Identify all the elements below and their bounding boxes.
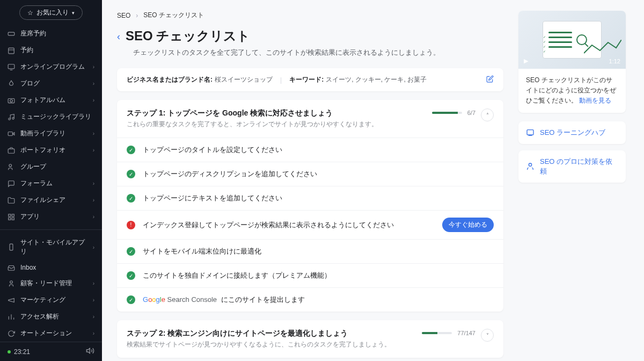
svg-point-6 bbox=[10, 99, 13, 102]
svg-point-27 bbox=[529, 163, 531, 166]
sidebar-item[interactable]: 座席予約 bbox=[0, 25, 102, 42]
volume-icon[interactable] bbox=[86, 346, 94, 357]
status-time: 23:21 bbox=[8, 348, 30, 356]
sidebar-item[interactable]: アクセス解析 › bbox=[0, 308, 102, 325]
sidebar-item[interactable]: アプリ › bbox=[0, 208, 102, 225]
sidebar-item[interactable]: オンラインプログラム › bbox=[0, 59, 102, 75]
chevron-right-icon: › bbox=[93, 280, 94, 286]
sidebar-item[interactable]: 動画ライブラリ › bbox=[0, 125, 102, 142]
favorites-label: お気に入り bbox=[36, 8, 69, 17]
chevron-right-icon: › bbox=[93, 330, 94, 336]
sidebar-item[interactable]: ファイルシェア › bbox=[0, 192, 102, 208]
chevron-right-icon: › bbox=[93, 147, 94, 153]
sidebar-item[interactable]: 予約 bbox=[0, 42, 102, 59]
sidebar-footer: 23:21 bbox=[0, 342, 102, 361]
sidebar-item-label: オンラインプログラム bbox=[20, 62, 87, 71]
sidebar-item-label: 顧客・リード管理 bbox=[20, 279, 87, 288]
progress: 77/147 bbox=[422, 330, 475, 336]
svg-rect-9 bbox=[8, 132, 12, 135]
sidebar-item[interactable]: 顧客・リード管理 › bbox=[0, 275, 102, 292]
magnifier-icon bbox=[576, 34, 587, 45]
svg-rect-13 bbox=[9, 214, 11, 216]
task-row[interactable]: ✓ サイトをモバイル端末位向けに最適化 bbox=[117, 239, 503, 263]
task-row[interactable]: ✓ トップページにテキストを追加してください bbox=[117, 186, 503, 210]
check-circle-icon: ✓ bbox=[127, 146, 135, 154]
step-title: ステップ 2: 検索エンジン向けにサイトページを最適化しましょう bbox=[127, 329, 422, 338]
check-circle-icon: ✓ bbox=[127, 295, 135, 304]
svg-point-12 bbox=[9, 164, 12, 167]
video-card: ▶ 1:12 SEO チェックリストがこのサイトにどのように役立つかをぜひご覧く… bbox=[518, 11, 626, 113]
task-text: インデックス登録してトップページが検索結果に表示されるようにしてください bbox=[143, 221, 394, 229]
chevron-down-icon: ▾ bbox=[72, 10, 75, 16]
toggle-step-icon[interactable]: ˄ bbox=[481, 109, 494, 121]
sidebar-nav: 座席予約 予約 オンラインプログラム › ブログ › フォトアルバム › ミュー… bbox=[0, 25, 102, 342]
seo-pro-link[interactable]: SEO のプロに対策を依頼 bbox=[518, 150, 626, 183]
start-now-button[interactable]: 今すぐ始める bbox=[442, 218, 494, 232]
sidebar-item[interactable]: マーケティング › bbox=[0, 292, 102, 308]
task-text: このサイトを独自ドメインに接続します（プレミアム機能） bbox=[143, 271, 331, 279]
drop-icon bbox=[8, 80, 15, 88]
sidebar-item[interactable]: ブログ › bbox=[0, 75, 102, 92]
step-header[interactable]: ステップ 1: トップページを Google 検索に対応させましょう これらの重… bbox=[117, 100, 503, 138]
sidebar-item[interactable]: ポートフォリオ › bbox=[0, 142, 102, 158]
svg-rect-15 bbox=[9, 218, 11, 220]
calendar-icon bbox=[8, 47, 15, 54]
business-info-card: ビジネス名またはブランド名: 桜スイーツショップ | キーワード: スイーツ, … bbox=[117, 68, 503, 91]
task-text: トップページにテキストを追加してください bbox=[143, 194, 282, 202]
svg-rect-25 bbox=[527, 129, 533, 134]
sidebar-item[interactable]: Inbox bbox=[0, 260, 102, 275]
biz-keyword-value: スイーツ, クッキー, ケーキ, お菓子 bbox=[326, 75, 427, 84]
task-row[interactable]: ✓ Google Search Console にこのサイトを提出します bbox=[117, 287, 503, 312]
chevron-right-icon: › bbox=[93, 64, 94, 70]
sidebar-item[interactable]: オートメーション › bbox=[0, 325, 102, 342]
sidebar-item[interactable]: フォトアルバム › bbox=[0, 92, 102, 109]
megaphone-icon bbox=[8, 297, 15, 304]
task-text: サイトをモバイル端末位向けに最適化 bbox=[143, 247, 261, 255]
video-watch-link[interactable]: 動画を見る bbox=[579, 97, 611, 104]
camera-icon bbox=[8, 97, 15, 104]
mobile-icon bbox=[8, 243, 15, 251]
step-subtitle: 検索結果でサイトページが見つかりやすくなるように、これらのタスクを完了しましょう… bbox=[127, 340, 422, 349]
breadcrumb-root[interactable]: SEO bbox=[117, 12, 130, 19]
inbox-icon bbox=[8, 264, 15, 271]
aside-link-label: SEO ラーニングハブ bbox=[540, 128, 605, 138]
step-card: ステップ 1: トップページを Google 検索に対応させましょう これらの重… bbox=[117, 100, 503, 312]
seo-learning-hub-link[interactable]: SEO ラーニングハブ bbox=[518, 121, 626, 144]
svg-point-7 bbox=[9, 118, 11, 120]
task-row[interactable]: ✓ トップページのタイトルを設定してください bbox=[117, 138, 503, 162]
task-row[interactable]: ! インデックス登録してトップページが検索結果に表示されるようにしてください 今… bbox=[117, 210, 503, 239]
task-row[interactable]: ✓ このサイトを独自ドメインに接続します（プレミアム機能） bbox=[117, 263, 503, 287]
aside-link-label: SEO のプロに対策を依頼 bbox=[540, 157, 618, 176]
sidebar-item-label: 動画ライブラリ bbox=[20, 129, 87, 138]
sidebar-item[interactable]: フォーラム › bbox=[0, 175, 102, 192]
svg-rect-17 bbox=[10, 244, 13, 250]
sidebar-item-label: ファイルシェア bbox=[20, 196, 87, 205]
breadcrumb: SEO › SEO チェックリスト bbox=[117, 11, 503, 20]
svg-rect-0 bbox=[8, 32, 14, 35]
sidebar-item[interactable]: ミュージックライブラリ bbox=[0, 109, 102, 125]
back-arrow-icon[interactable]: ‹ bbox=[117, 31, 120, 42]
sidebar-item-label: フォーラム bbox=[20, 179, 87, 188]
step-header[interactable]: ステップ 2: 検索エンジン向けにサイトページを最適化しましょう 検索結果でサイ… bbox=[117, 320, 503, 358]
progress: 6/7 bbox=[432, 110, 475, 116]
favorites-button[interactable]: ☆ お気に入り ▾ bbox=[19, 5, 83, 20]
chevron-right-icon: › bbox=[93, 81, 94, 86]
ticket-icon bbox=[8, 30, 15, 38]
sidebar-item-label: ポートフォリオ bbox=[20, 146, 87, 155]
status-time-text: 23:21 bbox=[14, 348, 30, 356]
edit-icon[interactable] bbox=[486, 75, 494, 84]
sidebar-item[interactable]: サイト・モバイルアプリ › bbox=[0, 234, 102, 260]
svg-marker-24 bbox=[86, 348, 90, 353]
alert-circle-icon: ! bbox=[127, 221, 135, 229]
svg-rect-16 bbox=[12, 218, 14, 220]
sidebar-item-label: サイト・モバイルアプリ bbox=[20, 238, 87, 256]
google-logo-text: Google Search Console bbox=[143, 295, 217, 304]
video-thumbnail[interactable]: ▶ 1:12 bbox=[518, 11, 626, 69]
task-row[interactable]: ✓ トップページのディスクリプションを追加してください bbox=[117, 162, 503, 186]
sidebar-item[interactable]: グループ bbox=[0, 158, 102, 175]
toggle-step-icon[interactable]: ˅ bbox=[481, 329, 494, 342]
chat-icon bbox=[8, 180, 15, 187]
learning-icon bbox=[526, 128, 535, 137]
svg-rect-14 bbox=[12, 214, 14, 216]
breadcrumb-current: SEO チェックリスト bbox=[143, 11, 204, 20]
